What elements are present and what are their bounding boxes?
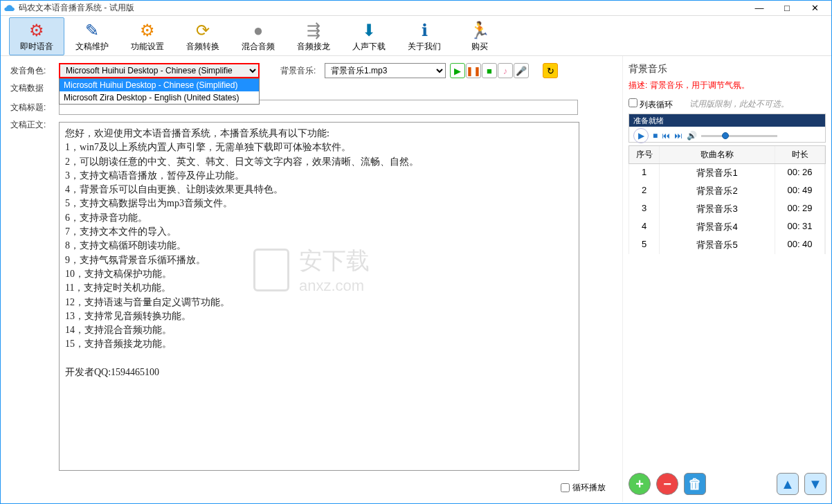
toolbar-音频接龙[interactable]: ⇶音频接龙 (286, 17, 341, 55)
player-prev-icon[interactable]: ⏮ (662, 131, 670, 141)
table-row[interactable]: 2背景音乐200: 49 (628, 182, 826, 200)
doc-body-label: 文稿正文: (10, 119, 59, 471)
table-row[interactable]: 5背景音乐500: 40 (628, 236, 826, 254)
player-volume-icon[interactable]: 🔊 (687, 131, 697, 141)
toolbar-关于我们[interactable]: ℹ关于我们 (397, 17, 452, 55)
voice-role-dropdown[interactable]: Microsoft Huihui Desktop - Chinese (Simp… (59, 78, 260, 105)
refresh-icon[interactable]: ↻ (543, 63, 558, 78)
folder-icon[interactable]: 🗑 (684, 473, 706, 495)
doc-body-textarea[interactable] (59, 122, 579, 471)
doc-title-label: 文稿标题: (10, 102, 59, 114)
right-panel: 背景音乐 描述: 背景音乐，用于调节气氛。 列表循环 试用版限制，此处不可选。 … (622, 56, 831, 502)
move-down-icon[interactable]: ▼ (804, 473, 826, 495)
mic-icon[interactable]: 🎤 (514, 63, 529, 78)
left-panel: 发音角色: Microsoft Huihui Desktop - Chinese… (1, 56, 622, 502)
toolbar-文稿维护[interactable]: ✎文稿维护 (64, 17, 120, 55)
music-icon[interactable]: ♪ (498, 63, 513, 78)
maximize-button[interactable]: □ (773, 1, 801, 15)
pause-icon[interactable]: ❚❚ (466, 63, 481, 78)
play-icon[interactable]: ▶ (450, 63, 465, 78)
table-row[interactable]: 3背景音乐300: 29 (628, 200, 826, 218)
mini-player: 准备就绪 ▶ ■ ⏮ ⏭ 🔊 (628, 114, 826, 143)
toolbar-功能设置[interactable]: ⚙功能设置 (120, 17, 175, 55)
move-up-icon[interactable]: ▲ (777, 473, 799, 495)
player-next-icon[interactable]: ⏭ (674, 131, 682, 141)
voice-option-1[interactable]: Microsoft Huihui Desktop - Chinese (Simp… (60, 79, 259, 91)
table-row[interactable]: 4背景音乐400: 31 (628, 218, 826, 236)
toolbar-音频转换[interactable]: ⟳音频转换 (175, 17, 230, 55)
remove-icon[interactable]: − (656, 473, 678, 495)
player-stop-icon[interactable]: ■ (653, 131, 658, 141)
bgm-table-body: 1背景音乐100: 262背景音乐200: 493背景音乐300: 294背景音… (628, 164, 826, 254)
bgm-panel-desc: 描述: 背景音乐，用于调节气氛。 (628, 80, 826, 91)
voice-role-select[interactable]: Microsoft Huihui Desktop - Chinese (Simp… (59, 63, 260, 78)
table-row[interactable]: 1背景音乐100: 26 (628, 164, 826, 182)
add-icon[interactable]: + (628, 473, 651, 495)
player-play-icon[interactable]: ▶ (633, 128, 649, 143)
loop-playback-checkbox[interactable]: 循环播放 (561, 482, 606, 494)
toolbar-购买[interactable]: 🏃购买 (452, 17, 507, 55)
minimize-button[interactable]: — (745, 1, 773, 15)
trial-limit-text: 试用版限制，此处不可选。 (689, 98, 789, 111)
toolbar-混合音频[interactable]: ●混合音频 (230, 17, 286, 55)
bgm-table-header: 序号 歌曲名称 时长 (628, 145, 826, 164)
window-title: 码农文本语音播音系统 - 试用版 (19, 2, 745, 14)
bgm-panel-title: 背景音乐 (628, 63, 826, 75)
volume-slider[interactable] (701, 135, 777, 137)
bgm-select[interactable]: 背景音乐1.mp3 (325, 63, 446, 78)
player-status: 准备就绪 (629, 114, 825, 127)
voice-option-2[interactable]: Microsoft Zira Desktop - English (United… (60, 91, 259, 104)
list-loop-checkbox[interactable]: 列表循环 (628, 98, 673, 111)
main-toolbar: ⚙即时语音✎文稿维护⚙功能设置⟳音频转换●混合音频⇶音频接龙⬇人声下载ℹ关于我们… (1, 16, 831, 56)
toolbar-人声下载[interactable]: ⬇人声下载 (341, 17, 397, 55)
toolbar-即时语音[interactable]: ⚙即时语音 (9, 17, 64, 55)
bgm-label: 背景音乐: (280, 65, 325, 77)
app-logo-icon (3, 3, 15, 14)
stop-icon[interactable]: ■ (482, 63, 497, 78)
close-button[interactable]: ✕ (801, 1, 829, 15)
voice-role-label: 发音角色: (10, 65, 59, 77)
title-bar: 码农文本语音播音系统 - 试用版 — □ ✕ (1, 1, 831, 16)
